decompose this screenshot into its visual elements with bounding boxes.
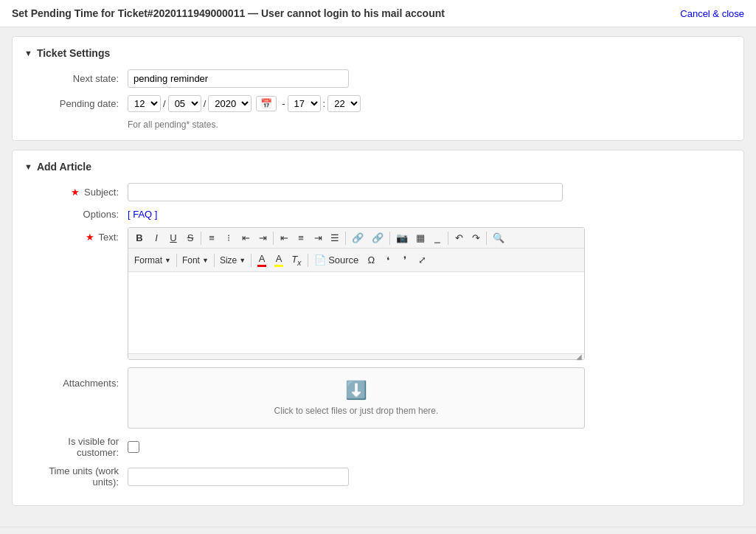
link-button[interactable]: 🔗 [348, 230, 367, 246]
time-units-row: Time units (work units): [24, 465, 732, 488]
unordered-list-button[interactable]: ⁝ [221, 230, 237, 246]
text-label: ★ Text: [24, 227, 128, 243]
italic-button[interactable]: I [148, 230, 164, 246]
ordered-list-button[interactable]: ≡ [204, 230, 220, 246]
visible-checkbox[interactable] [128, 441, 139, 453]
bg-color-button[interactable]: A [271, 251, 287, 269]
attachments-label: Attachments: [24, 367, 128, 389]
footer-bar: ✓ Submit or 🖉 Save as new draft [0, 527, 756, 534]
ticket-settings-header[interactable]: ▼ Ticket Settings [24, 47, 732, 59]
sep4: : [322, 98, 327, 109]
pending-date-label: Pending date: [24, 98, 128, 109]
page-title: Set Pending Time for Ticket#202011194900… [12, 7, 445, 19]
next-state-label: Next state: [24, 73, 128, 84]
font-arrow: ▼ [202, 257, 209, 264]
table-button[interactable]: ▦ [412, 230, 429, 246]
page-header: Set Pending Time for Ticket#202011194900… [0, 0, 756, 27]
month-select[interactable]: 12 [128, 95, 161, 112]
pending-hint: For all pending* states. [128, 119, 732, 130]
sep1: / [162, 98, 167, 109]
strikethrough-button[interactable]: S [182, 230, 198, 246]
text-editor-area[interactable] [128, 272, 584, 353]
attachments-hint: Click to select files or just drop them … [274, 406, 439, 416]
format-arrow: ▼ [164, 257, 171, 264]
sep-2 [273, 232, 274, 245]
redo-button[interactable]: ↷ [468, 230, 484, 246]
ticket-settings-arrow: ▼ [24, 49, 32, 58]
size-dropdown[interactable]: Size ▼ [217, 253, 249, 268]
ticket-settings-card: ▼ Ticket Settings Next state: Pending da… [12, 36, 744, 141]
subject-row: ★ Subject: [24, 183, 732, 201]
toolbar-row1: B I U S ≡ ⁝ ⇤ ⇥ ⇤ ≡ ⇥ ☰ 🔗 🔗 [128, 228, 584, 249]
clear-format-icon: T [291, 254, 297, 265]
blockquote-button[interactable]: ❛ [380, 252, 396, 268]
resize-icon: ◢ [576, 353, 582, 361]
resize-handle[interactable]: ◢ [128, 353, 584, 359]
text-star: ★ [86, 232, 94, 243]
toolbar-row2: Format ▼ Font ▼ Size ▼ [128, 249, 584, 272]
options-label: Options: [24, 209, 128, 220]
text-row: ★ Text: B I U S ≡ ⁝ ⇤ ⇥ ⇤ ≡ [24, 227, 732, 360]
minute-select[interactable]: 22 [327, 95, 361, 112]
sep-7 [176, 254, 177, 267]
cancel-close-link[interactable]: Cancel & close [680, 8, 744, 19]
add-article-header[interactable]: ▼ Add Article [24, 161, 732, 173]
upload-icon: ⬇️ [140, 380, 572, 400]
image-button[interactable]: 📷 [392, 230, 412, 246]
outdent-button[interactable]: ⇤ [237, 230, 254, 246]
sep-4 [389, 232, 390, 245]
format-dropdown[interactable]: Format ▼ [131, 253, 174, 268]
options-row: Options: [ FAQ ] [24, 209, 732, 220]
font-color-button[interactable]: A [254, 251, 270, 269]
sep2: / [203, 98, 207, 109]
next-state-row: Next state: [24, 69, 732, 88]
visible-label: Is visible for customer: [24, 436, 128, 458]
attachments-row: Attachments: ⬇️ Click to select files or… [24, 367, 732, 429]
source-button[interactable]: 📄 Source [311, 252, 363, 268]
sep-1 [201, 232, 201, 245]
fullscreen-button[interactable]: ⤢ [414, 252, 430, 268]
sep-9 [251, 254, 252, 267]
size-arrow: ▼ [239, 257, 246, 264]
sep-10 [308, 254, 308, 267]
add-article-arrow: ▼ [24, 162, 32, 171]
justify-button[interactable]: ☰ [327, 230, 343, 246]
font-dropdown[interactable]: Font ▼ [179, 253, 212, 268]
sep-6 [486, 232, 487, 245]
clear-format-button[interactable]: Tx [288, 252, 305, 269]
align-left-button[interactable]: ⇤ [276, 230, 292, 246]
text-editor-container: B I U S ≡ ⁝ ⇤ ⇥ ⇤ ≡ ⇥ ☰ 🔗 🔗 [128, 227, 585, 360]
unlink-button[interactable]: 🔗 [368, 230, 387, 246]
add-article-card: ▼ Add Article ★ Subject: Options: [ FAQ … [12, 150, 744, 506]
subject-label: ★ Subject: [24, 187, 128, 198]
undo-button[interactable]: ↶ [451, 230, 467, 246]
indent-button[interactable]: ⇥ [254, 230, 271, 246]
align-center-button[interactable]: ≡ [293, 230, 309, 246]
hr-button[interactable]: ⎯ [429, 230, 445, 246]
date-group: 12 / 05 / 2020 📅 - 17 : 22 [128, 95, 361, 112]
faq-link[interactable]: [ FAQ ] [128, 209, 157, 220]
calendar-button[interactable]: 📅 [256, 96, 277, 111]
sep-5 [448, 232, 448, 245]
subject-star: ★ [71, 187, 80, 198]
ticket-settings-label: Ticket Settings [37, 47, 110, 59]
underline-button[interactable]: U [165, 230, 181, 246]
align-right-button[interactable]: ⇥ [310, 230, 326, 246]
next-state-input[interactable] [128, 69, 349, 88]
subject-input[interactable] [128, 183, 563, 201]
day-select[interactable]: 05 [168, 95, 201, 112]
pending-date-row: Pending date: 12 / 05 / 2020 📅 - 17 : [24, 95, 732, 112]
add-article-label: Add Article [37, 161, 91, 173]
visible-row: Is visible for customer: [24, 436, 732, 458]
sep-8 [214, 254, 215, 267]
bold-button[interactable]: B [131, 230, 148, 246]
year-select[interactable]: 2020 [208, 95, 252, 112]
time-units-input[interactable] [128, 468, 349, 486]
hour-select[interactable]: 17 [288, 95, 321, 112]
search-button[interactable]: 🔍 [489, 230, 508, 246]
attachments-box[interactable]: ⬇️ Click to select files or just drop th… [128, 367, 585, 429]
omega-button[interactable]: Ω [363, 252, 379, 268]
unquote-button[interactable]: ❜ [397, 252, 413, 268]
time-units-label: Time units (work units): [24, 465, 128, 488]
sep3: - [281, 98, 285, 109]
